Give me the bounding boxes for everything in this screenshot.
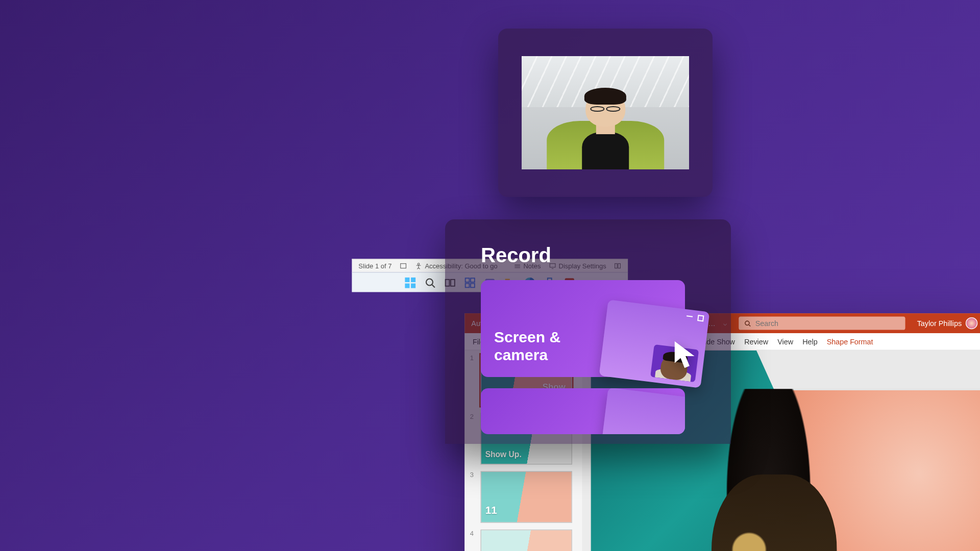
accessibility-icon xyxy=(415,262,422,269)
tab-help[interactable]: Help xyxy=(802,338,817,346)
thumb-number: 3 xyxy=(470,471,477,523)
record-option-secondary[interactable] xyxy=(481,388,685,434)
spellcheck-icon[interactable] xyxy=(400,262,407,269)
search-input[interactable] xyxy=(755,319,900,328)
window-minimize-icon xyxy=(687,313,693,317)
search-icon xyxy=(744,319,751,327)
account-area[interactable]: Taylor Phillips xyxy=(917,317,978,329)
webcam-person xyxy=(547,77,664,169)
slide-counter[interactable]: Slide 1 of 7 xyxy=(358,262,391,269)
record-panel-title: Record xyxy=(481,244,695,267)
svg-rect-4 xyxy=(401,264,406,268)
window-maximize-icon xyxy=(697,315,704,321)
tab-shape-format[interactable]: Shape Format xyxy=(827,338,873,346)
start-icon[interactable] xyxy=(404,276,417,289)
svg-rect-9 xyxy=(405,277,410,282)
record-option-label: Screen & camera xyxy=(494,329,560,364)
svg-point-3 xyxy=(745,321,749,325)
taskbar-search-icon[interactable] xyxy=(424,276,437,289)
user-name: Taylor Phillips xyxy=(917,319,962,328)
svg-rect-11 xyxy=(405,283,410,288)
thumb-number: 4 xyxy=(470,530,477,551)
svg-point-5 xyxy=(418,263,420,265)
slide-thumbnail-3[interactable]: 11 xyxy=(481,471,572,523)
record-panel: Record Screen & camera xyxy=(445,219,731,444)
search-box[interactable] xyxy=(739,317,905,330)
mouse-cursor-icon xyxy=(672,339,703,371)
tab-review[interactable]: Review xyxy=(744,338,768,346)
svg-rect-12 xyxy=(411,283,415,288)
record-card-illustration xyxy=(599,388,685,434)
svg-rect-10 xyxy=(411,277,415,282)
avatar xyxy=(966,317,977,329)
webcam-preview-panel xyxy=(498,29,713,197)
record-option-screen-and-camera[interactable]: Screen & camera xyxy=(481,280,685,377)
tab-view[interactable]: View xyxy=(777,338,793,346)
webcam-feed xyxy=(522,56,689,169)
svg-point-13 xyxy=(426,279,433,285)
slide-thumbnail-4[interactable] xyxy=(481,530,572,551)
